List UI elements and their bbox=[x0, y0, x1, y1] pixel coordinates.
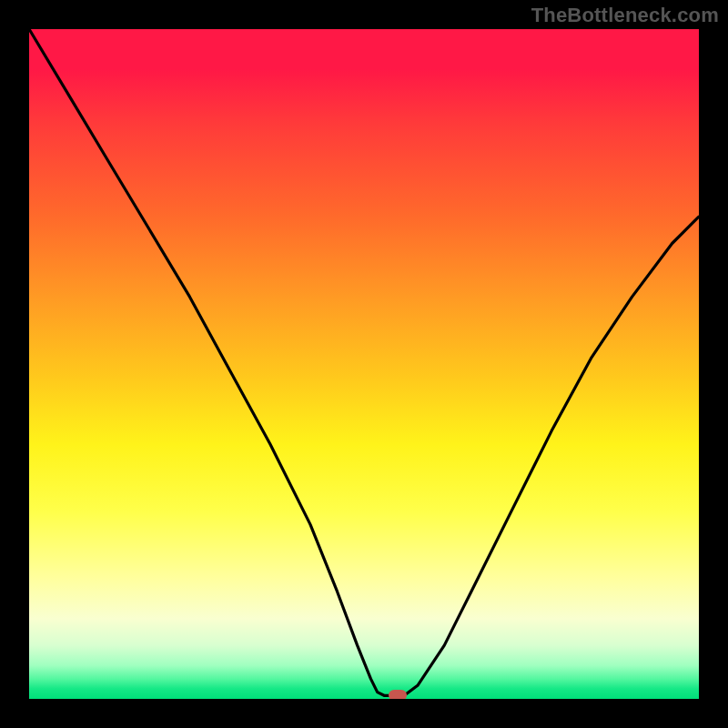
watermark-text: TheBottleneck.com bbox=[531, 4, 719, 27]
bottleneck-curve bbox=[29, 29, 699, 699]
chart-frame: TheBottleneck.com bbox=[0, 0, 728, 728]
optimum-marker bbox=[389, 690, 407, 699]
plot-area bbox=[29, 29, 699, 699]
